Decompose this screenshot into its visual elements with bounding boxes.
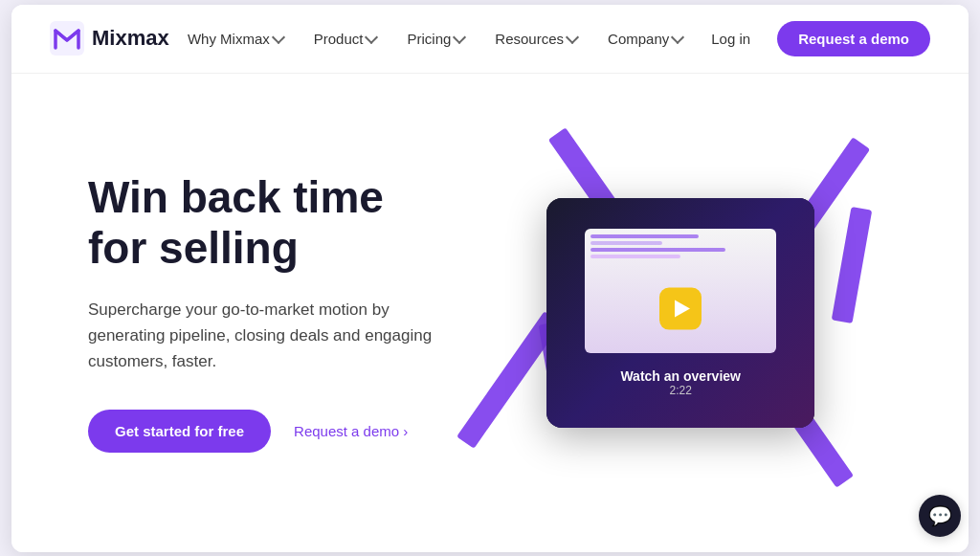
ribbon-5 <box>832 207 873 323</box>
chat-icon: 💬 <box>928 504 952 527</box>
hero-content: Win back time for selling Supercharge yo… <box>88 172 450 452</box>
video-card[interactable]: Watch an overview 2:22 <box>546 198 814 428</box>
visual-wrapper: Watch an overview 2:22 <box>508 150 853 476</box>
hero-buttons: Get started for free Request a demo <box>88 410 450 453</box>
chevron-down-icon <box>566 30 579 43</box>
login-link[interactable]: Log in <box>696 23 766 55</box>
nav-item-resources[interactable]: Resources <box>481 23 590 55</box>
chevron-down-icon <box>671 30 684 43</box>
play-triangle-icon <box>675 300 690 317</box>
logo-area[interactable]: Mixmax <box>50 21 169 56</box>
hero-section: Win back time for selling Supercharge yo… <box>11 74 969 552</box>
get-started-button[interactable]: Get started for free <box>88 410 271 453</box>
browser-frame: Mixmax Why Mixmax Product Pricing <box>11 5 969 552</box>
chat-bubble-button[interactable]: 💬 <box>919 495 961 537</box>
nav-link-product[interactable]: Product <box>301 23 390 55</box>
nav-link-why[interactable]: Why Mixmax <box>174 23 297 55</box>
navbar: Mixmax Why Mixmax Product Pricing <box>11 5 969 74</box>
request-demo-nav-button[interactable]: Request a demo <box>777 21 930 56</box>
nav-item-pricing[interactable]: Pricing <box>393 23 478 55</box>
nav-item-why[interactable]: Why Mixmax <box>174 23 297 55</box>
screen-bar <box>590 234 699 238</box>
screen-bar <box>590 255 680 258</box>
nav-item-product[interactable]: Product <box>301 23 390 55</box>
nav-item-company[interactable]: Company <box>594 23 696 55</box>
nav-link-resources[interactable]: Resources <box>481 23 590 55</box>
chevron-down-icon <box>453 30 466 43</box>
video-label: Watch an overview <box>620 368 741 384</box>
logo-text: Mixmax <box>92 26 169 51</box>
video-duration: 2:22 <box>670 384 692 397</box>
chevron-down-icon <box>365 30 378 43</box>
chevron-down-icon <box>272 30 285 43</box>
nav-link-pricing[interactable]: Pricing <box>393 23 478 55</box>
nav-link-company[interactable]: Company <box>594 23 696 55</box>
screen-bar <box>590 248 725 252</box>
hero-visual: Watch an overview 2:22 <box>450 112 911 514</box>
play-button[interactable] <box>659 287 702 329</box>
video-card-inner: Watch an overview 2:22 <box>546 198 814 428</box>
hero-subtitle: Supercharge your go-to-market motion by … <box>88 297 450 375</box>
nav-links: Why Mixmax Product Pricing Resources <box>174 23 696 55</box>
hero-title: Win back time for selling <box>88 172 450 274</box>
logo-icon <box>50 21 84 56</box>
screen-bar <box>590 241 662 245</box>
request-demo-hero-link[interactable]: Request a demo <box>294 423 408 439</box>
